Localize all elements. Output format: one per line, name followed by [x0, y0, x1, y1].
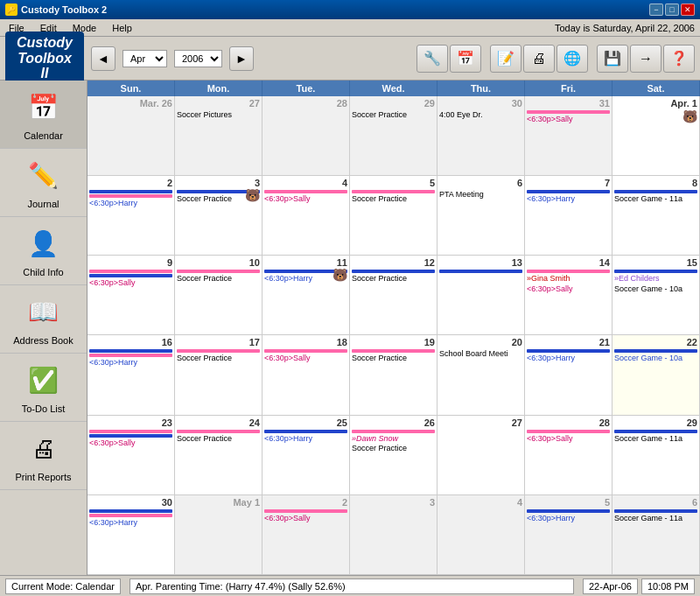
address-book-icon: 📖 [24, 293, 63, 332]
header-tue: Tue. [262, 81, 350, 96]
status-mode: Current Mode: Calendar [5, 578, 121, 594]
edit-button[interactable]: 📝 [490, 45, 522, 73]
sidebar-label-print-reports: Print Reports [15, 472, 71, 482]
table-row[interactable]: 26 »Dawn Snow Soccer Practice [350, 416, 438, 494]
sidebar-label-child-info: Child Info [23, 267, 63, 277]
table-row[interactable]: 28 <6:30p>Sally [525, 416, 612, 494]
wand-button[interactable]: 🔧 [416, 45, 448, 73]
save-button[interactable]: 💾 [597, 45, 628, 73]
child-info-icon: 👤 [24, 225, 63, 263]
sidebar-item-journal[interactable]: ✏️ Journal [0, 149, 87, 217]
table-row[interactable]: 5 <6:30p>Harry [525, 495, 612, 574]
table-row[interactable]: 11 <6:30p>Harry 🐻 [262, 256, 350, 334]
header-mon: Mon. [175, 81, 262, 96]
globe-button[interactable]: 🌐 [556, 45, 588, 73]
table-row[interactable]: 8 Soccer Game - 11a [612, 176, 700, 255]
sidebar-label-calendar: Calendar [24, 130, 63, 141]
app-header: Custody Toolbox II ◄ JanFebMarApr MayJun… [0, 37, 700, 81]
table-row[interactable]: 21 <6:30p>Harry [525, 335, 612, 414]
help-button[interactable]: ❓ [663, 45, 695, 73]
sidebar-item-print-reports[interactable]: 🖨 Print Reports [0, 422, 87, 490]
week-3: 9 <6:30p>Sally 10 Soccer Practice 11 <6:… [88, 256, 700, 335]
table-row[interactable]: 24 Soccer Practice [175, 416, 262, 494]
table-row[interactable]: 3 Soccer Practice 🐻 [175, 176, 262, 255]
table-row[interactable]: 6 Soccer Game - 11a [612, 495, 700, 574]
table-row[interactable]: 29 Soccer Practice [350, 96, 438, 175]
close-button[interactable]: ✕ [681, 4, 695, 16]
table-row[interactable]: 3 [350, 495, 438, 574]
table-row[interactable]: 30 <6:30p>Harry [88, 495, 175, 574]
table-row[interactable]: 15 »Ed Childers Soccer Game - 10a [612, 256, 700, 334]
table-row[interactable]: 5 Soccer Practice [350, 176, 438, 255]
menu-help[interactable]: Help [108, 22, 136, 34]
table-row[interactable]: 9 <6:30p>Sally [88, 256, 175, 334]
table-row[interactable]: 17 Soccer Practice [175, 335, 262, 414]
calendar-button[interactable]: 📅 [450, 45, 481, 73]
week-5: 23 <6:30p>Sally 24 Soccer Practice 25 <6… [88, 416, 700, 495]
app-icon: 🔑 [5, 4, 18, 16]
sidebar-item-address-book[interactable]: 📖 Address Book [0, 285, 87, 354]
next-button[interactable]: ► [229, 46, 254, 71]
status-date: 22-Apr-06 [583, 578, 638, 594]
sidebar-label-todo: To-Do List [22, 403, 66, 414]
email-button[interactable]: → [630, 45, 662, 73]
header-sun: Sun. [88, 81, 175, 96]
table-row[interactable]: 19 Soccer Practice [350, 335, 438, 414]
calendar-grid: Mar. 26 27 Soccer Pictures 28 29 Soccer … [88, 96, 700, 575]
main-layout: 📅 Calendar ✏️ Journal 👤 Child Info 📖 Add… [0, 81, 700, 575]
sidebar-item-todo[interactable]: ✅ To-Do List [0, 354, 87, 422]
table-row[interactable]: 12 Soccer Practice [350, 256, 438, 334]
table-row[interactable]: 28 [262, 96, 350, 175]
today-text: Today is Saturday, April 22, 2006 [555, 23, 695, 33]
table-row[interactable]: 6 PTA Meeting [438, 176, 525, 255]
table-row[interactable]: Mar. 26 [88, 96, 175, 175]
calendar-area: Sun. Mon. Tue. Wed. Thu. Fri. Sat. Mar. … [88, 81, 700, 575]
table-row[interactable]: 31 <6:30p>Sally [525, 96, 612, 175]
table-row[interactable]: 27 Soccer Pictures [175, 96, 262, 175]
table-row[interactable]: 23 <6:30p>Sally [88, 416, 175, 494]
toolbar: 🔧 📅 📝 🖨 🌐 💾 → ❓ [416, 45, 695, 73]
table-row[interactable]: 4 [438, 495, 525, 574]
minimize-button[interactable]: − [649, 4, 663, 16]
journal-icon: ✏️ [24, 157, 63, 195]
sidebar-label-address-book: Address Book [13, 335, 73, 346]
week-6: 30 <6:30p>Harry May 1 2 <6:30p>Sally 3 [88, 495, 700, 575]
table-row[interactable]: 2 <6:30p>Sally [262, 495, 350, 574]
table-row[interactable]: 27 [438, 416, 525, 494]
status-parenting: Apr. Parenting Time: (Harry 47.4%) (Sall… [130, 578, 574, 594]
table-row[interactable]: Apr. 1 🐻 [612, 96, 700, 175]
title-bar: 🔑 Custody Toolbox 2 − □ ✕ [0, 0, 700, 19]
table-row[interactable]: 25 <6:30p>Harry [262, 416, 350, 494]
table-row[interactable]: 16 <6:30p>Harry [88, 335, 175, 414]
sidebar: 📅 Calendar ✏️ Journal 👤 Child Info 📖 Add… [0, 81, 88, 575]
table-row[interactable]: 10 Soccer Practice [175, 256, 262, 334]
header-fri: Fri. [525, 81, 612, 96]
status-time: 10:08 PM [641, 578, 695, 594]
table-row[interactable]: 7 <6:30p>Harry [525, 176, 612, 255]
app-logo: Custody Toolbox II [5, 32, 84, 85]
header-thu: Thu. [438, 81, 525, 96]
maximize-button[interactable]: □ [665, 4, 679, 16]
week-4: 16 <6:30p>Harry 17 Soccer Practice 18 <6… [88, 335, 700, 415]
sidebar-label-journal: Journal [27, 199, 59, 209]
prev-button[interactable]: ◄ [91, 46, 116, 71]
table-row[interactable]: 4 <6:30p>Sally [262, 176, 350, 255]
table-row[interactable]: 2 <6:30p>Harry [88, 176, 175, 255]
sidebar-item-child-info[interactable]: 👤 Child Info [0, 217, 87, 285]
table-row[interactable]: 29 Soccer Game - 11a [612, 416, 700, 494]
table-row[interactable]: 18 <6:30p>Sally [262, 335, 350, 414]
year-select[interactable]: 20042005200620072008 [174, 50, 222, 67]
table-row[interactable]: 20 School Board Meeti [438, 335, 525, 414]
calendar-icon: 📅 [24, 88, 63, 127]
menu-bar: File Edit Mode Help Today is Saturday, A… [0, 19, 700, 37]
table-row[interactable]: 13 [438, 256, 525, 334]
table-row[interactable]: 30 4:00 Eye Dr. [438, 96, 525, 175]
todo-icon: ✅ [24, 361, 63, 400]
month-select[interactable]: JanFebMarApr MayJunJulAug SepOctNovDec [122, 50, 167, 67]
print-button[interactable]: 🖨 [523, 45, 555, 73]
table-row[interactable]: May 1 [175, 495, 262, 574]
table-row[interactable]: 14 »Gina Smith <6:30p>Sally [525, 256, 612, 334]
week-2: 2 <6:30p>Harry 3 Soccer Practice 🐻 4 <6:… [88, 176, 700, 256]
table-row[interactable]: 22 Soccer Game - 10a [612, 335, 700, 414]
sidebar-item-calendar[interactable]: 📅 Calendar [0, 81, 87, 149]
